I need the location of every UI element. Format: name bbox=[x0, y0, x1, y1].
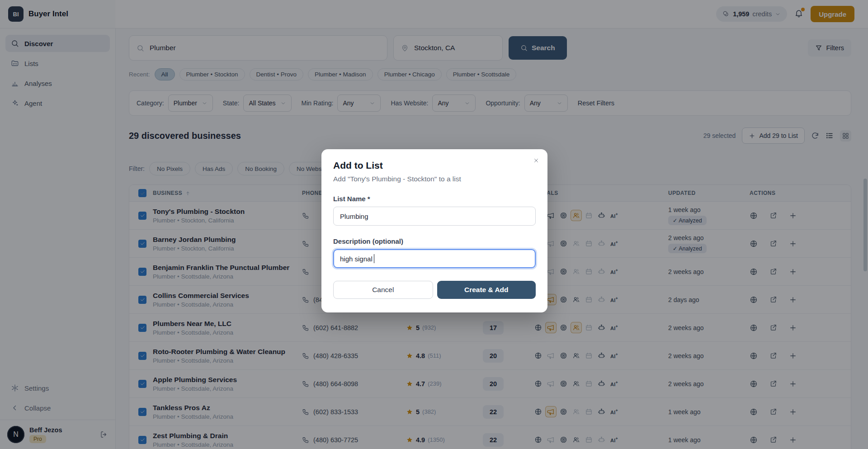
close-icon[interactable] bbox=[532, 156, 540, 165]
list-name-input[interactable] bbox=[333, 207, 536, 226]
modal-subtitle: Add "Tony's Plumbing - Stockton" to a li… bbox=[333, 175, 536, 183]
description-input[interactable]: high signal bbox=[333, 249, 536, 268]
list-name-label: List Name * bbox=[333, 195, 536, 203]
create-add-button[interactable]: Create & Add bbox=[437, 281, 536, 299]
cancel-button[interactable]: Cancel bbox=[333, 281, 433, 299]
description-label: Description (optional) bbox=[333, 237, 536, 245]
add-to-list-modal: Add to List Add "Tony's Plumbing - Stock… bbox=[321, 149, 547, 312]
app-root: BI Buyer Intel Discover Lists Analyses A… bbox=[0, 0, 868, 449]
modal-title: Add to List bbox=[333, 160, 536, 171]
text-caret bbox=[374, 254, 375, 263]
